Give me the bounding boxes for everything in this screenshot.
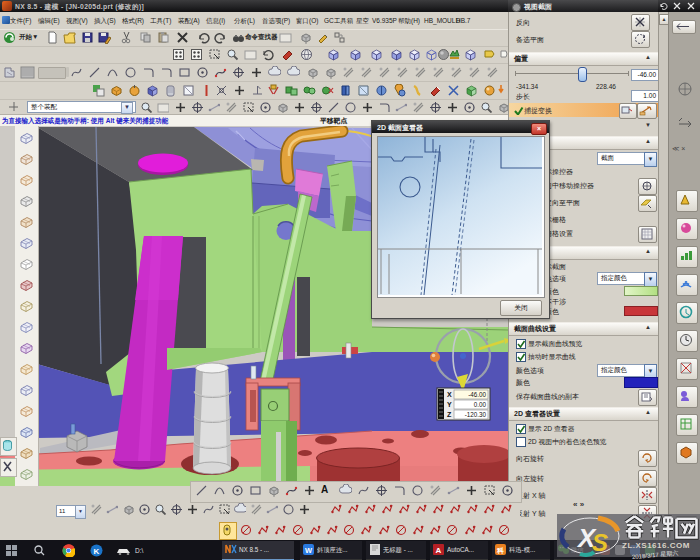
svg-text:科: 科 (496, 547, 504, 555)
svg-text:S: S (592, 529, 608, 556)
svg-text:X: X (447, 391, 452, 398)
svg-text:-120.30: -120.30 (465, 411, 487, 418)
svg-text:Y: Y (447, 401, 452, 408)
svg-text:W: W (305, 546, 313, 555)
svg-text:A: A (436, 546, 442, 555)
svg-text:-46.00: -46.00 (468, 391, 486, 398)
svg-text:K: K (94, 547, 100, 556)
svg-text:0.00: 0.00 (474, 401, 487, 408)
svg-text:Z: Z (447, 411, 452, 418)
